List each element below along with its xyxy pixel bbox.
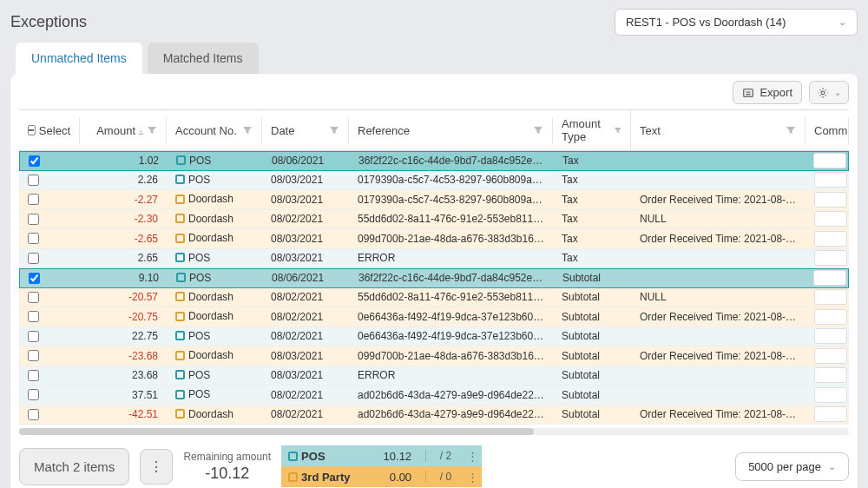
- comment-input[interactable]: [814, 387, 847, 403]
- table-row[interactable]: 1.02POS08/06/202136f2f22c-c16c-44de-9bd7…: [19, 151, 849, 171]
- row-select[interactable]: [19, 172, 80, 188]
- row-select[interactable]: [19, 347, 80, 364]
- col-reference[interactable]: Reference: [349, 117, 553, 144]
- horizontal-scrollbar[interactable]: [19, 428, 849, 435]
- row-select[interactable]: [19, 211, 80, 228]
- summary-3p-menu[interactable]: ⋮: [464, 471, 482, 484]
- row-checkbox[interactable]: [29, 273, 40, 284]
- cell-text: NULL: [631, 210, 806, 228]
- cell-text: [631, 373, 806, 378]
- comment-input[interactable]: [814, 192, 847, 208]
- comment-input[interactable]: [814, 250, 847, 266]
- cell-amount-type: Subtotal: [553, 366, 631, 384]
- table-row[interactable]: -20.75Doordash08/02/20210e66436a-f492-4f…: [19, 307, 849, 327]
- comment-input[interactable]: [813, 153, 846, 168]
- cell-date: 08/02/2021: [262, 386, 349, 404]
- comment-input[interactable]: [814, 172, 847, 188]
- row-select[interactable]: [19, 308, 80, 325]
- row-select[interactable]: [19, 367, 80, 384]
- table-row[interactable]: 37.51POS08/02/2021ad02b6d6-43da-4279-a9e…: [19, 386, 849, 406]
- cell-comments: [806, 169, 849, 190]
- comment-input[interactable]: [814, 309, 847, 325]
- cell-reference: 0e66436a-f492-4f19-9dca-37e123b60f2f: [349, 327, 553, 345]
- page-size-dropdown[interactable]: 5000 per page ⌄: [735, 452, 849, 481]
- settings-button[interactable]: ⌄: [809, 81, 849, 104]
- row-checkbox[interactable]: [28, 194, 39, 205]
- row-checkbox[interactable]: [29, 155, 40, 167]
- row-checkbox[interactable]: [28, 311, 39, 322]
- filter-icon[interactable]: [786, 125, 796, 135]
- table-row[interactable]: 2.26POS08/03/20210179390a-c5c7-4c53-8297…: [19, 171, 849, 191]
- row-checkbox[interactable]: [28, 331, 39, 342]
- row-select[interactable]: [19, 191, 80, 208]
- filter-icon[interactable]: [533, 125, 543, 135]
- tab-matched[interactable]: Matched Items: [148, 43, 259, 74]
- row-checkbox[interactable]: [28, 409, 39, 420]
- row-checkbox[interactable]: [28, 370, 39, 381]
- filter-icon[interactable]: [242, 125, 253, 135]
- scroll-thumb[interactable]: [19, 428, 534, 435]
- row-select[interactable]: [20, 153, 81, 169]
- cell-account: POS: [167, 249, 262, 268]
- row-select[interactable]: [20, 270, 81, 287]
- col-account[interactable]: Account No.: [167, 117, 262, 144]
- table-row[interactable]: 23.68POS08/03/2021ERRORSubtotal: [19, 366, 849, 386]
- cell-amount-type: Tax: [553, 171, 631, 188]
- row-checkbox[interactable]: [28, 292, 39, 303]
- more-actions-button[interactable]: ⋮: [140, 449, 173, 485]
- filter-icon[interactable]: [614, 125, 621, 135]
- col-comments[interactable]: Comm: [806, 117, 849, 144]
- row-checkbox[interactable]: [28, 389, 39, 400]
- comment-input[interactable]: [814, 406, 847, 422]
- cell-amount: 2.26: [80, 171, 167, 188]
- row-select[interactable]: [19, 250, 80, 267]
- filter-icon[interactable]: [147, 125, 157, 135]
- comment-input[interactable]: [814, 367, 847, 383]
- row-select[interactable]: [19, 328, 80, 345]
- table-row[interactable]: -20.57Doordash08/02/202155dd6d02-8a11-47…: [19, 288, 849, 308]
- comment-input[interactable]: [814, 289, 847, 305]
- table-row[interactable]: -42.51Doordash08/02/2021ad02b6d6-43da-42…: [19, 406, 849, 425]
- svg-rect-0: [744, 89, 753, 96]
- comment-input[interactable]: [813, 270, 846, 286]
- filter-icon[interactable]: [329, 125, 339, 135]
- row-select[interactable]: [19, 406, 80, 423]
- row-checkbox[interactable]: [28, 233, 39, 244]
- export-button[interactable]: Export: [733, 81, 802, 104]
- col-date[interactable]: Date: [262, 117, 349, 144]
- table-row[interactable]: -23.68Doordash08/03/2021099d700b-21ae-48…: [19, 346, 849, 366]
- row-select[interactable]: [19, 230, 80, 247]
- comment-input[interactable]: [814, 211, 847, 227]
- comment-input[interactable]: [814, 348, 847, 364]
- reconciliation-dropdown[interactable]: REST1 - POS vs Doordash (14) ⌄: [615, 9, 858, 36]
- comment-input[interactable]: [814, 231, 847, 247]
- row-checkbox[interactable]: [28, 253, 39, 264]
- summary-pos-menu[interactable]: ⋮: [464, 450, 482, 463]
- cell-amount: 22.75: [80, 327, 167, 345]
- cell-account: POS: [168, 269, 263, 288]
- table-row[interactable]: -2.65Doordash08/03/2021099d700b-21ae-48d…: [19, 229, 849, 249]
- row-checkbox[interactable]: [28, 175, 39, 186]
- table-row[interactable]: 2.65POS08/03/2021ERRORTax: [19, 249, 849, 269]
- table-row[interactable]: -2.30Doordash08/02/202155dd6d02-8a11-476…: [19, 210, 849, 230]
- table-row[interactable]: 9.10POS08/06/202136f2f22c-c16c-44de-9bd7…: [19, 268, 849, 288]
- col-amount[interactable]: Amount▵: [80, 117, 167, 144]
- tab-unmatched[interactable]: Unmatched Items: [16, 43, 142, 74]
- col-amount-type[interactable]: Amount Type: [553, 110, 631, 150]
- cell-text: [631, 333, 806, 339]
- row-select[interactable]: [19, 289, 80, 306]
- cell-text: [632, 158, 805, 163]
- match-button[interactable]: Match 2 items: [19, 448, 129, 485]
- col-select[interactable]: Select: [19, 117, 80, 144]
- exceptions-table: Select Amount▵ Account No. Date Referenc…: [19, 109, 849, 425]
- row-select[interactable]: [19, 386, 80, 403]
- summary-3rd-party: 3rd Party 0.00 / 0 ⋮: [281, 466, 482, 487]
- row-checkbox[interactable]: [28, 350, 39, 361]
- table-row[interactable]: -2.27Doordash08/03/20210179390a-c5c7-4c5…: [19, 190, 849, 210]
- comment-input[interactable]: [814, 328, 847, 344]
- cell-amount: -20.75: [80, 308, 167, 326]
- table-row[interactable]: 22.75POS08/02/20210e66436a-f492-4f19-9dc…: [19, 327, 849, 347]
- select-all-checkbox[interactable]: [28, 125, 36, 135]
- row-checkbox[interactable]: [28, 214, 39, 225]
- col-text[interactable]: Text: [631, 117, 806, 144]
